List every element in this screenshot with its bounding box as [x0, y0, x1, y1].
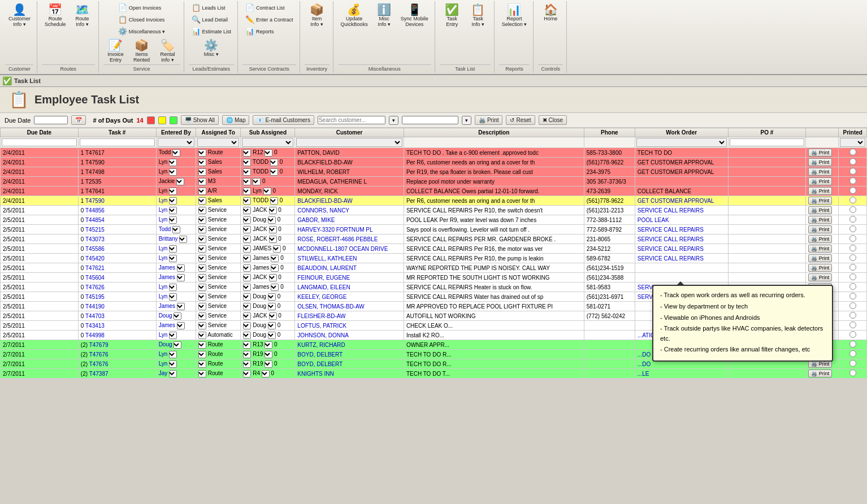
customer-link[interactable]: GABOR, MIKE — [297, 217, 335, 223]
row-print-button[interactable]: 🖨️ Print — [808, 264, 832, 272]
entered-by-dropdown[interactable]: ▾ — [169, 207, 177, 214]
route-info-button[interactable]: 🗺️ RouteInfo ▾ — [70, 2, 95, 29]
task-link[interactable]: T47676 — [89, 351, 109, 358]
filter-printed[interactable] — [840, 138, 865, 147]
entered-by-link[interactable]: Lyn — [159, 197, 168, 203]
task-link[interactable]: T47498 — [85, 169, 105, 175]
sub2-dropdown[interactable]: ▾ — [271, 264, 279, 272]
sub-dropdown[interactable]: ▾ — [243, 178, 251, 185]
assigned-dropdown[interactable]: ▾ — [198, 274, 206, 281]
row-print-button[interactable]: 🖨️ Print — [808, 370, 832, 377]
sub2-dropdown[interactable]: ▾ — [268, 322, 276, 329]
task-link[interactable]: T47679 — [89, 342, 109, 348]
entered-by-dropdown[interactable]: ▾ — [176, 178, 184, 185]
row-print-button[interactable]: 🖨️ Print — [808, 216, 832, 224]
entered-by-dropdown[interactable]: ▾ — [169, 351, 177, 358]
task-link[interactable]: T44703 — [85, 313, 105, 319]
assigned-dropdown[interactable]: ▾ — [198, 360, 206, 368]
customer-link[interactable]: BEAUDOIN, LAURENT — [297, 265, 356, 271]
customer-link[interactable]: FEINOUR, EUGENE — [297, 275, 350, 281]
assigned-dropdown[interactable]: ▾ — [198, 178, 206, 185]
entered-by-link[interactable]: Lyn — [159, 332, 168, 338]
customer-link[interactable]: OLSEN, THOMAS-BD-AW — [297, 303, 364, 310]
assigned-dropdown[interactable]: ▾ — [198, 255, 206, 262]
assigned-dropdown[interactable]: ▾ — [198, 264, 206, 272]
entered-by-link[interactable]: Doug — [159, 341, 172, 347]
entered-by-dropdown[interactable]: ▾ — [169, 332, 177, 339]
customer-link[interactable]: LOFTUS, PATRICK — [297, 323, 346, 329]
sub-dropdown[interactable]: ▾ — [243, 274, 251, 281]
printed-radio[interactable] — [849, 254, 856, 261]
printed-radio[interactable] — [849, 273, 856, 280]
row-print-button[interactable]: 🖨️ Print — [808, 225, 832, 233]
customer-link[interactable]: CONNORS, NANCY — [297, 207, 349, 214]
report-selection-button[interactable]: 📊 ReportSelection ▾ — [499, 2, 530, 29]
due-date-filter[interactable] — [34, 116, 68, 124]
entered-by-dropdown[interactable]: ▾ — [174, 341, 181, 349]
sub2-dropdown[interactable]: ▾ — [269, 226, 277, 233]
assigned-dropdown[interactable]: ▾ — [198, 322, 206, 329]
printed-radio[interactable] — [849, 312, 856, 319]
entered-by-dropdown[interactable]: ▾ — [169, 293, 177, 301]
entered-by-link[interactable]: James — [159, 264, 175, 271]
entered-by-dropdown[interactable]: ▾ — [177, 264, 185, 272]
customer-link[interactable]: KURTZ, RICHARD — [297, 342, 345, 348]
task-entry-button[interactable]: ✅ TaskEntry — [440, 2, 465, 29]
customer-link[interactable]: MONDAY, RICK — [297, 188, 337, 194]
row-print-button[interactable]: 🖨️ Print — [808, 197, 832, 205]
leads-list-button[interactable]: 📋 Leads List — [189, 2, 235, 13]
lead-detail-button[interactable]: 🔍 Lead Detail — [189, 14, 235, 25]
entered-by-dropdown[interactable]: ▾ — [174, 312, 181, 320]
item-info-button[interactable]: 📦 ItemInfo ▾ — [305, 2, 330, 29]
sub2-dropdown[interactable]: ▾ — [270, 168, 278, 176]
sub2-dropdown[interactable]: ▾ — [253, 178, 261, 185]
sub-dropdown[interactable]: ▾ — [243, 264, 251, 272]
customer-link[interactable]: KEELEY, GEORGE — [297, 294, 346, 300]
po-filter-dropdown[interactable]: ▾ — [462, 116, 471, 125]
printed-radio[interactable] — [849, 264, 856, 271]
print-button[interactable]: 🖨️ Print — [475, 115, 503, 125]
workorder-link[interactable]: TECH TO DO — [638, 150, 672, 156]
printed-radio[interactable] — [849, 158, 856, 165]
sub2-dropdown[interactable]: ▾ — [265, 360, 272, 368]
po-filter[interactable] — [402, 116, 458, 124]
home-button[interactable]: 🏠 Home — [538, 2, 563, 23]
printed-radio[interactable] — [849, 302, 856, 309]
reports-sc-button[interactable]: 📊 Reports — [242, 26, 296, 37]
entered-by-link[interactable]: Todd — [159, 149, 171, 155]
row-print-button[interactable]: 🖨️ Print — [808, 158, 832, 166]
sub2-dropdown[interactable]: ▾ — [269, 207, 277, 214]
assigned-dropdown[interactable]: ▾ — [198, 245, 206, 253]
workorder-link[interactable]: SERVICE CALL REPAIRS — [638, 207, 704, 214]
sub2-dropdown[interactable]: ▾ — [273, 245, 281, 253]
items-rented-button[interactable]: 📦 ItemsRented — [129, 38, 154, 64]
printed-radio[interactable] — [849, 245, 856, 251]
entered-by-link[interactable]: Doug — [159, 312, 172, 319]
misc-info-button[interactable]: ℹ️ MiscInfo ▾ — [372, 2, 397, 29]
assigned-dropdown[interactable]: ▾ — [198, 207, 206, 214]
entered-by-link[interactable]: Lyn — [159, 188, 168, 194]
task-link[interactable]: T47641 — [85, 188, 105, 194]
entered-by-link[interactable]: Lyn — [159, 360, 168, 367]
printed-radio[interactable] — [849, 225, 856, 232]
printed-radio[interactable] — [849, 187, 856, 194]
sub-dropdown[interactable]: ▾ — [243, 236, 251, 243]
printed-radio[interactable] — [849, 235, 856, 242]
sub2-dropdown[interactable]: ▾ — [263, 188, 271, 195]
entered-by-link[interactable]: Lyn — [159, 284, 168, 290]
tab-label[interactable]: Task List — [14, 77, 41, 84]
sub-dropdown[interactable]: ▾ — [243, 293, 251, 301]
entered-by-link[interactable]: Lyn — [159, 207, 168, 213]
assigned-dropdown[interactable]: ▾ — [198, 149, 206, 157]
customer-link[interactable]: KNIGHTS INN — [297, 371, 333, 377]
task-link[interactable]: T45420 — [85, 255, 105, 262]
sub2-dropdown[interactable]: ▾ — [270, 197, 278, 205]
workorder-link[interactable]: GET CUSTOMER APPROVAL — [638, 169, 714, 175]
customer-info-button[interactable]: 👤 CustomerInfo ▾ — [6, 2, 33, 29]
estimate-list-button[interactable]: 📊 Estimate List — [189, 26, 235, 37]
entered-by-link[interactable]: Lyn — [159, 293, 168, 299]
sub-dropdown[interactable]: ▾ — [243, 303, 251, 310]
task-link[interactable]: T47590 — [85, 198, 105, 204]
assigned-dropdown[interactable]: ▾ — [198, 351, 206, 358]
sub2-dropdown[interactable]: ▾ — [265, 351, 272, 358]
